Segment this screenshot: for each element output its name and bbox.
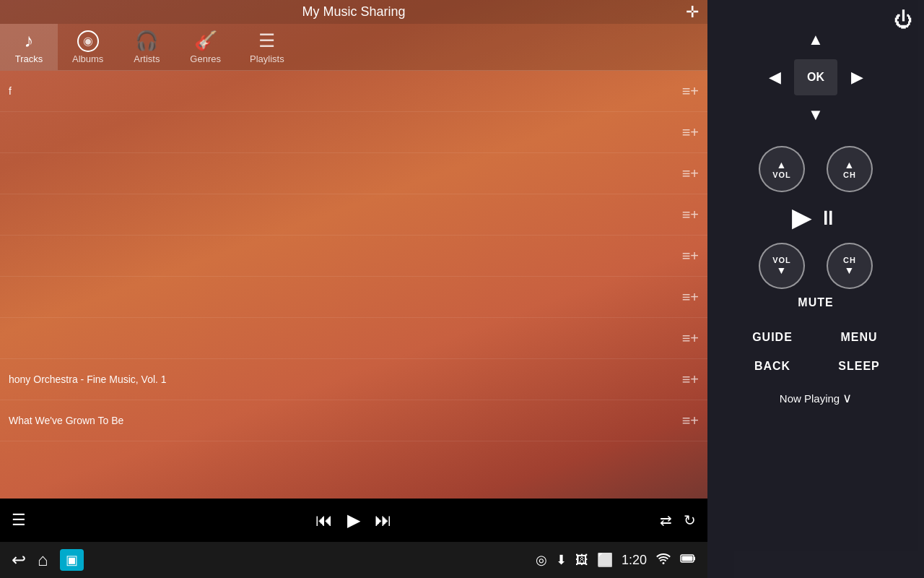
ch-up-arrow-icon: ▲ (845, 159, 855, 171)
add-to-queue-icon[interactable]: ≡+ (682, 371, 699, 388)
table-row[interactable]: ≡+ (0, 277, 707, 318)
power-button[interactable]: ⏻ (894, 9, 912, 31)
vol-down-label: VOL (772, 256, 791, 264)
now-playing-section[interactable]: Now Playing ∨ (780, 390, 852, 406)
now-playing-chevron-icon: ∨ (842, 390, 852, 406)
header: My Music Sharing ✛ (0, 0, 707, 24)
dpad-right-button[interactable]: ▶ (839, 59, 875, 95)
mute-button[interactable]: MUTE (798, 296, 833, 309)
ch-up-button[interactable]: ▲ CH (827, 146, 873, 192)
remote-pause-button[interactable]: ⏸ (818, 206, 840, 230)
system-bar: ↩ ⌂ ▣ ◎ ⬇ 🖼 ⬜ 1:20 (0, 542, 707, 578)
app-title: My Music Sharing (302, 4, 405, 20)
tracks-icon: ♪ (25, 30, 34, 52)
dpad: ▲ ◀ OK ▶ ▼ (757, 22, 875, 133)
play-button[interactable]: ▶ (347, 510, 360, 530)
dpad-left-button[interactable]: ◀ (757, 59, 793, 95)
vol-down-arrow-icon: ▼ (777, 264, 788, 276)
move-icon[interactable]: ✛ (686, 3, 699, 22)
recents-icon[interactable]: ▣ (60, 549, 84, 571)
main-content-area: My Music Sharing ✛ ♪ Tracks ◉ Albums 🎧 A… (0, 0, 707, 578)
home-icon[interactable]: ⌂ (38, 550, 48, 570)
vol-up-button[interactable]: ▲ VOL (759, 146, 805, 192)
apps-icon: ⬜ (597, 552, 613, 568)
tab-albums[interactable]: ◉ Albums (58, 25, 118, 70)
remote-play-button[interactable]: ▶ (792, 202, 812, 233)
tab-tracks-label: Tracks (15, 53, 43, 64)
vol-down-button[interactable]: VOL ▼ (759, 243, 805, 289)
add-to-queue-icon[interactable]: ≡+ (682, 124, 699, 141)
guide-button[interactable]: GUIDE (736, 327, 808, 348)
table-row[interactable]: ≡+ (0, 194, 707, 236)
vol-up-arrow-icon: ▲ (777, 159, 788, 171)
tab-artists-label: Artists (134, 53, 160, 64)
track-name: What We've Grown To Be (9, 415, 682, 426)
shuffle-button[interactable]: ⇄ (660, 512, 672, 529)
add-to-queue-icon[interactable]: ≡+ (682, 413, 699, 429)
svg-rect-2 (682, 556, 693, 561)
genres-icon: 🎸 (194, 30, 217, 52)
table-row[interactable]: ≡+ (0, 112, 707, 153)
remote-panel: ⏻ ▲ ◀ OK ▶ ▼ ▲ VOL ▲ CH ▶ ⏸ VOL ▼ CH (707, 0, 924, 578)
sys-status-right: ◎ ⬇ 🖼 ⬜ 1:20 (536, 552, 696, 568)
table-row[interactable]: What We've Grown To Be ≡+ (0, 400, 707, 441)
artists-icon: 🎧 (135, 30, 158, 52)
gallery-icon: 🖼 (575, 553, 588, 568)
back-button[interactable]: BACK (736, 355, 808, 377)
transport-right: ⇄ ↻ (660, 512, 696, 529)
queue-icon[interactable]: ☰ (12, 511, 26, 530)
svg-rect-1 (694, 556, 695, 560)
next-button[interactable]: ⏭ (375, 510, 392, 530)
battery-icon (680, 553, 696, 568)
prev-button[interactable]: ⏮ (315, 510, 333, 530)
table-row[interactable]: f ≡+ (0, 71, 707, 112)
tab-albums-label: Albums (72, 53, 103, 64)
tab-tracks[interactable]: ♪ Tracks (0, 24, 58, 70)
tab-playlists[interactable]: ☰ Playlists (235, 24, 299, 70)
system-time: 1:20 (622, 553, 647, 568)
back-nav-icon[interactable]: ↩ (12, 550, 26, 570)
play-pause-row: ▶ ⏸ (792, 202, 840, 233)
tab-bar: ♪ Tracks ◉ Albums 🎧 Artists 🎸 Genres ☰ P… (0, 24, 707, 71)
track-name: f (9, 85, 682, 97)
ch-up-label: CH (843, 171, 856, 179)
vol-up-label: VOL (772, 171, 791, 179)
ch-down-label: CH (843, 256, 856, 264)
now-playing-bar: ☰ ⏮ ▶ ⏭ ⇄ ↻ (0, 499, 707, 542)
transport-controls: ⏮ ▶ ⏭ (315, 510, 392, 530)
playlists-icon: ☰ (258, 30, 275, 52)
add-to-queue-icon[interactable]: ≡+ (682, 83, 699, 100)
vol-ch-down-row: VOL ▼ CH ▼ (759, 243, 873, 289)
sleep-button[interactable]: SLEEP (823, 355, 895, 377)
add-to-queue-icon[interactable]: ≡+ (682, 330, 699, 347)
remote-action-buttons: GUIDE MENU BACK SLEEP (736, 327, 895, 377)
tab-genres-label: Genres (190, 53, 221, 64)
table-row[interactable]: ≡+ (0, 318, 707, 359)
repeat-button[interactable]: ↻ (684, 512, 696, 529)
tab-artists[interactable]: 🎧 Artists (118, 24, 175, 70)
add-to-queue-icon[interactable]: ≡+ (682, 207, 699, 223)
dpad-up-button[interactable]: ▲ (794, 22, 837, 58)
track-list: f ≡+ ≡+ ≡+ ≡+ ≡+ ≡+ ≡+ hony Orchestra - (0, 71, 707, 499)
tab-playlists-label: Playlists (250, 53, 284, 64)
menu-button[interactable]: MENU (823, 327, 895, 348)
add-to-queue-icon[interactable]: ≡+ (682, 289, 699, 306)
dpad-down-button[interactable]: ▼ (794, 97, 837, 133)
ch-down-button[interactable]: CH ▼ (827, 243, 873, 289)
wifi-icon (655, 553, 671, 568)
location-icon[interactable]: ◎ (536, 552, 547, 568)
dpad-ok-button[interactable]: OK (794, 59, 837, 95)
tab-genres[interactable]: 🎸 Genres (175, 24, 235, 70)
table-row[interactable]: ≡+ (0, 153, 707, 194)
albums-icon: ◉ (77, 30, 99, 52)
table-row[interactable]: ≡+ (0, 236, 707, 277)
track-name: hony Orchestra - Fine Music, Vol. 1 (9, 374, 682, 385)
ch-down-arrow-icon: ▼ (845, 264, 855, 276)
table-row[interactable]: hony Orchestra - Fine Music, Vol. 1 ≡+ (0, 359, 707, 400)
now-playing-text: Now Playing (780, 392, 840, 405)
download-icon: ⬇ (556, 552, 567, 568)
add-to-queue-icon[interactable]: ≡+ (682, 248, 699, 264)
add-to-queue-icon[interactable]: ≡+ (682, 165, 699, 182)
vol-ch-up-row: ▲ VOL ▲ CH (759, 146, 873, 192)
sys-nav-left: ↩ ⌂ ▣ (12, 549, 84, 571)
